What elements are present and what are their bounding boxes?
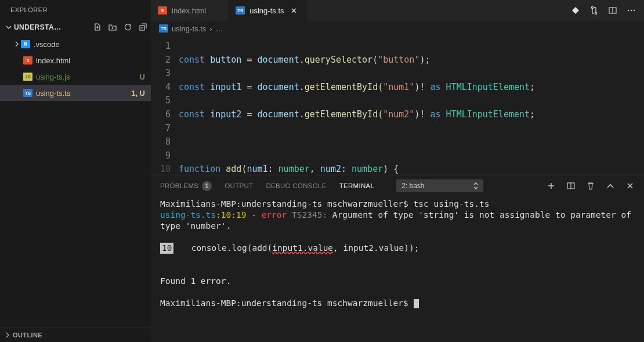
terminal-command: tsc using-ts.ts — [414, 199, 490, 208]
terminal-prompt: Maximilians-MBP:understanding-ts mschwar… — [160, 298, 414, 308]
outline-label: OUTLINE — [10, 332, 42, 339]
chevron-updown-icon — [473, 182, 478, 189]
split-editor-icon[interactable] — [608, 6, 617, 15]
tree-file-using-ts-js[interactable]: JS using-ts.js U — [0, 69, 151, 85]
close-icon[interactable]: ✕ — [289, 6, 299, 15]
terminal-name: 2: bash — [401, 182, 424, 190]
tab-index-html[interactable]: 5 index.html ✕ — [151, 0, 229, 21]
svg-point-6 — [634, 10, 635, 11]
panel-tabs: PROBLEMS 1 OUTPUT DEBUG CONSOLE TERMINAL… — [151, 175, 644, 196]
outline-section[interactable]: OUTLINE — [0, 327, 151, 342]
breadcrumb-tail: … — [216, 24, 223, 33]
maximize-panel-icon[interactable] — [606, 181, 615, 190]
breadcrumb-separator: › — [209, 24, 212, 33]
gutter: 123 456 789 10 — [151, 36, 179, 175]
ts-file-icon: TS — [23, 89, 32, 97]
tab-label: using-ts.ts — [249, 6, 284, 15]
git-status: 1, U — [131, 89, 145, 98]
file-tree: ⧉ .vscode 5 index.html JS using-ts.js U … — [0, 35, 151, 101]
terminal-selector[interactable]: 2: bash — [396, 179, 483, 192]
editor-group: 5 index.html ✕ TS using-ts.ts ✕ TS using… — [151, 0, 644, 342]
file-name: using-ts.ts — [36, 89, 131, 98]
tab-debug-console[interactable]: DEBUG CONSOLE — [266, 182, 326, 189]
breadcrumb[interactable]: TS using-ts.ts › … — [151, 21, 644, 36]
html-file-icon: 5 — [23, 56, 32, 64]
diamond-icon[interactable] — [571, 6, 580, 15]
breadcrumb-file: using-ts.ts — [172, 24, 206, 33]
code-content: const button = document.querySelector("b… — [179, 36, 644, 175]
tree-file-using-ts-ts[interactable]: TS using-ts.ts 1, U — [0, 85, 151, 101]
new-file-icon[interactable] — [93, 23, 102, 32]
new-folder-icon[interactable] — [108, 23, 117, 32]
tab-label: index.html — [172, 6, 206, 15]
file-name: index.html — [36, 56, 145, 65]
js-file-icon: JS — [23, 73, 32, 81]
file-name: using-ts.js — [36, 73, 140, 81]
close-panel-icon[interactable] — [625, 181, 635, 190]
ts-file-icon: TS — [236, 6, 245, 15]
workspace-name: UNDERSTA… — [13, 23, 61, 31]
refresh-icon[interactable] — [123, 23, 132, 32]
new-terminal-icon[interactable] — [547, 181, 556, 190]
chevron-down-icon — [5, 24, 13, 30]
terminal-output[interactable]: Maximilians-MBP:understanding-ts mschwar… — [151, 196, 644, 342]
svg-point-4 — [628, 10, 629, 11]
terminal-cursor — [414, 299, 419, 308]
workspace-root[interactable]: UNDERSTA… — [0, 20, 151, 35]
collapse-all-icon[interactable] — [138, 23, 147, 32]
tree-folder-vscode[interactable]: ⧉ .vscode — [0, 36, 151, 52]
compare-changes-icon[interactable] — [589, 6, 599, 15]
tab-using-ts-ts[interactable]: TS using-ts.ts ✕ — [229, 0, 306, 21]
ts-file-icon: TS — [159, 24, 168, 33]
tab-bar: 5 index.html ✕ TS using-ts.ts ✕ — [151, 0, 644, 21]
split-terminal-icon[interactable] — [566, 181, 576, 190]
vscode-folder-icon: ⧉ — [21, 40, 30, 48]
terminal-prompt: Maximilians-MBP:understanding-ts mschwar… — [160, 199, 414, 208]
tab-problems[interactable]: PROBLEMS 1 — [160, 181, 212, 191]
error-code: TS2345: — [287, 210, 332, 219]
tab-terminal[interactable]: TERMINAL — [339, 182, 375, 189]
error-summary: Found 1 error. — [160, 276, 231, 286]
chevron-right-icon — [13, 41, 21, 47]
error-location: :10:19 — [216, 210, 246, 219]
error-label: error — [262, 210, 287, 219]
file-name: .vscode — [34, 40, 145, 49]
bottom-panel: PROBLEMS 1 OUTPUT DEBUG CONSOLE TERMINAL… — [151, 175, 644, 342]
error-squiggle: input1.value — [272, 243, 333, 253]
git-status: U — [140, 73, 145, 81]
explorer-sidebar: EXPLORER UNDERSTA… ⧉ .vscode 5 index.htm… — [0, 0, 151, 342]
error-line-number: 10 — [160, 243, 173, 254]
tree-file-index-html[interactable]: 5 index.html — [0, 52, 151, 69]
svg-point-5 — [631, 10, 632, 11]
problems-count-badge: 1 — [202, 181, 212, 191]
chevron-right-icon — [5, 332, 10, 338]
kill-terminal-icon[interactable] — [586, 181, 595, 190]
tab-output[interactable]: OUTPUT — [225, 182, 253, 189]
more-actions-icon[interactable] — [627, 6, 636, 15]
error-file: using-ts.ts — [160, 210, 216, 219]
code-editor[interactable]: 123 456 789 10 const button = document.q… — [151, 36, 644, 175]
html-file-icon: 5 — [158, 6, 167, 15]
explorer-title: EXPLORER — [0, 0, 151, 20]
